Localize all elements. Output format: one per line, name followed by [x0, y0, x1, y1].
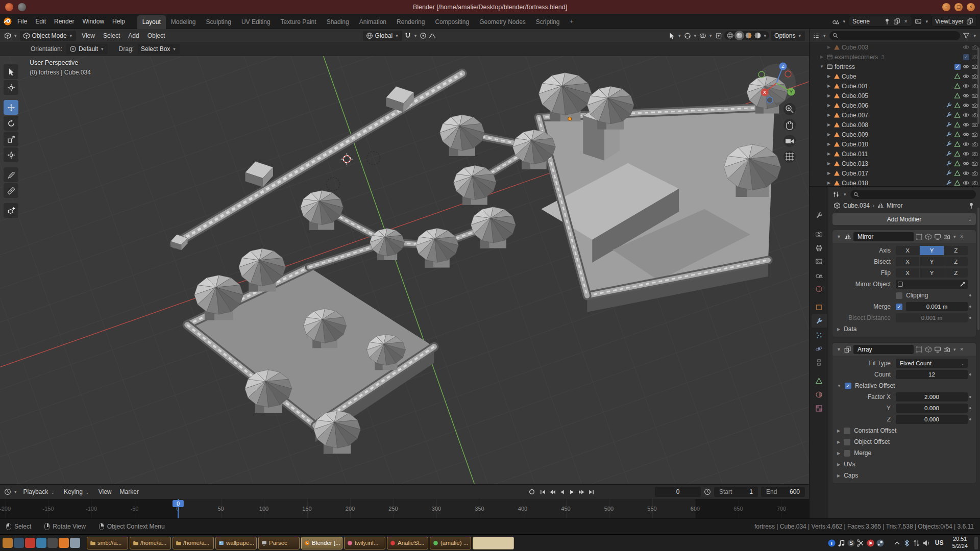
properties-editor-icon[interactable] — [832, 191, 840, 198]
wrench-icon[interactable] — [945, 131, 952, 138]
clock[interactable]: 20:51 5/2/24 — [952, 536, 968, 550]
outliner-search-input[interactable] — [829, 31, 961, 40]
tray-steam-icon[interactable] — [876, 539, 885, 547]
outliner-row-Cube.009[interactable]: ▶Cube.009 — [810, 130, 980, 139]
collapse-icon[interactable]: ▼ — [836, 347, 842, 352]
outliner-item-name[interactable]: fortress — [835, 63, 855, 70]
count-field[interactable]: 12 — [896, 370, 968, 379]
exclude-checkbox[interactable]: ✓ — [963, 54, 969, 60]
clipping-checkbox[interactable] — [896, 292, 902, 299]
menu-window[interactable]: Window — [78, 16, 108, 27]
tray-info-icon[interactable] — [827, 539, 836, 547]
expand-icon[interactable]: ▼ — [819, 64, 825, 69]
expand-icon[interactable]: ▶ — [826, 161, 832, 166]
blender-logo-icon[interactable] — [3, 17, 12, 26]
taskbar-window-button[interactable]: Blender [... — [301, 537, 342, 549]
bisect-distance-field[interactable]: 0.001 m — [896, 313, 968, 322]
edit-mode-toggle-icon[interactable] — [925, 346, 932, 353]
on-cage-toggle-icon[interactable] — [916, 346, 923, 353]
eye-icon[interactable] — [963, 73, 969, 80]
outliner-editor-chevron-icon[interactable]: ▾ — [822, 33, 827, 38]
falloff-icon[interactable] — [429, 32, 436, 39]
data-icon[interactable] — [954, 121, 961, 128]
outliner-row-Cube.013[interactable]: ▶Cube.013 — [810, 159, 980, 168]
eye-icon[interactable] — [963, 44, 969, 51]
relative-offset-checkbox[interactable]: ✓ — [845, 383, 851, 389]
timeline-editor-icon[interactable] — [4, 488, 11, 495]
data-icon[interactable] — [954, 180, 961, 186]
merge-subpanel-checkbox[interactable] — [844, 450, 850, 457]
tray-play-icon[interactable] — [866, 539, 875, 547]
outliner-editor-icon[interactable] — [813, 32, 820, 39]
object-visibility-icon[interactable] — [668, 32, 675, 39]
expand-icon[interactable]: ▶ — [826, 74, 832, 79]
add-workspace-button[interactable]: + — [566, 16, 578, 27]
outliner-scrollbar[interactable] — [977, 47, 979, 124]
outliner-item-name[interactable]: Cube.005 — [842, 92, 868, 99]
workspace-tab-texture-paint[interactable]: Texture Paint — [276, 15, 322, 29]
viewport-canvas[interactable]: ZXY User Perspective (0) fortress | Cube… — [0, 56, 809, 484]
zoom-button[interactable] — [783, 103, 796, 115]
minimize-button[interactable]: − — [942, 3, 950, 11]
expand-icon[interactable]: ▶ — [826, 181, 832, 185]
frame-start-field[interactable]: Start 1 — [714, 487, 758, 497]
eye-icon[interactable] — [963, 92, 969, 99]
properties-tab-texture[interactable] — [812, 402, 827, 415]
outliner-item-name[interactable]: Cube.013 — [842, 160, 868, 167]
transform-orientation-dropdown[interactable]: Global ▾ — [363, 31, 402, 41]
render-toggle-icon[interactable] — [943, 233, 950, 240]
timeline-editor-chevron-icon[interactable]: ▾ — [13, 489, 18, 494]
properties-editor-chevron-icon[interactable]: ▾ — [843, 192, 847, 197]
merge-threshold-field[interactable]: 0.001 m — [906, 302, 968, 311]
eyedropper-icon[interactable] — [960, 281, 966, 287]
expand-icon[interactable]: ▶ — [826, 84, 832, 88]
wrench-icon[interactable] — [945, 121, 952, 128]
tray-skype-icon[interactable]: S — [847, 539, 855, 547]
pin-id-icon[interactable] — [968, 202, 975, 209]
editor-type-chevron-icon[interactable]: ▾ — [13, 33, 18, 38]
show-gizmo-icon[interactable] — [684, 32, 691, 39]
tool-annotate[interactable] — [4, 167, 18, 182]
fit-type-dropdown[interactable]: Fixed Count ⌄ — [896, 359, 968, 368]
array-modifier-header[interactable]: ▼ Array ▾ ✕ — [832, 343, 976, 356]
realtime-toggle-icon[interactable] — [934, 233, 941, 240]
axis-x-button[interactable]: X — [896, 246, 919, 255]
extras-menu-icon[interactable]: ▾ — [952, 347, 957, 352]
object-offset-checkbox[interactable] — [844, 439, 850, 445]
taskbar-window-button[interactable]: /home/a... — [173, 537, 214, 549]
outliner-item-name[interactable]: Cube.008 — [842, 121, 868, 129]
expand-icon[interactable]: ▶ — [826, 132, 832, 137]
properties-tab-particles[interactable] — [812, 328, 827, 341]
expand-icon[interactable]: ▶ — [826, 93, 832, 98]
wrench-icon[interactable] — [945, 141, 952, 147]
timeline-menu-keying[interactable]: Keying ⌄ — [60, 487, 94, 497]
wrench-icon[interactable] — [945, 102, 952, 109]
browse-scene-chevron-icon[interactable]: ▾ — [842, 19, 846, 24]
data-icon[interactable] — [954, 83, 961, 89]
playhead-frame-label[interactable]: 0 — [173, 500, 184, 507]
window-menu-icon[interactable] — [5, 3, 13, 11]
expand-icon[interactable]: ▶ — [826, 152, 832, 156]
bisect-z-button[interactable]: Z — [944, 257, 968, 266]
rendered-shading-icon[interactable] — [754, 32, 762, 39]
pin-icon[interactable] — [884, 18, 891, 25]
tray-screenshot-icon[interactable] — [856, 539, 865, 547]
browse-scene-icon[interactable] — [832, 18, 839, 25]
flip-y-button[interactable]: Y — [920, 268, 943, 278]
outliner-item-name[interactable]: Cube.003 — [842, 44, 868, 51]
launcher-file-manager-icon[interactable] — [3, 538, 13, 548]
eye-icon[interactable] — [963, 141, 969, 147]
outliner-row-examplecorners[interactable]: ▶examplecorners3✓ — [810, 52, 980, 62]
modifier-breadcrumb-icon[interactable] — [877, 202, 884, 209]
overlays-chevron-icon[interactable]: ▾ — [708, 33, 713, 38]
constant-offset-checkbox[interactable] — [844, 428, 850, 434]
tool-transform[interactable] — [4, 147, 18, 162]
outliner-row-Cube.003[interactable]: ▶Cube.003 — [810, 42, 980, 52]
tool-rotate[interactable] — [4, 116, 18, 131]
expand-icon[interactable]: ▶ — [826, 103, 832, 108]
filter-chevron-icon[interactable]: ▾ — [972, 33, 977, 38]
properties-tab-tool[interactable] — [812, 209, 827, 222]
orientation-setting-dropdown[interactable]: Default ▾ — [66, 44, 108, 54]
outliner-row-Cube.017[interactable]: ▶Cube.017 — [810, 168, 980, 178]
camera-icon[interactable] — [971, 170, 978, 177]
